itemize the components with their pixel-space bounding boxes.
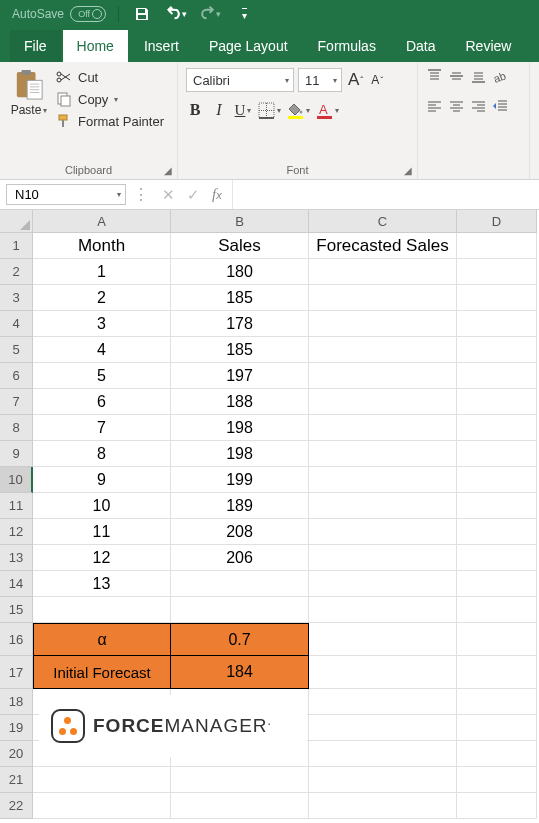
cell[interactable] xyxy=(309,441,457,467)
cell[interactable]: 5 xyxy=(33,363,171,389)
row-header-17[interactable]: 17 xyxy=(0,656,33,689)
cell[interactable] xyxy=(457,337,537,363)
cell[interactable]: 1 xyxy=(33,259,171,285)
align-middle-button[interactable] xyxy=(448,68,465,89)
tab-file[interactable]: File xyxy=(10,30,61,62)
align-top-button[interactable] xyxy=(426,68,443,89)
cell[interactable] xyxy=(457,793,537,819)
cell[interactable]: 12 xyxy=(33,545,171,571)
row-header-12[interactable]: 12 xyxy=(0,519,33,545)
col-header-b[interactable]: B xyxy=(171,210,309,233)
cell[interactable] xyxy=(309,571,457,597)
paste-dropdown-caret[interactable]: ▾ xyxy=(43,106,47,115)
format-painter-button[interactable]: Format Painter xyxy=(56,113,164,129)
name-box-caret[interactable]: ▾ xyxy=(117,190,121,199)
cell[interactable] xyxy=(171,571,309,597)
cell[interactable] xyxy=(309,389,457,415)
font-name-select[interactable]: Calibri ▾ xyxy=(186,68,294,92)
cell[interactable] xyxy=(457,597,537,623)
cell[interactable] xyxy=(309,493,457,519)
row-header-4[interactable]: 4 xyxy=(0,311,33,337)
cell[interactable]: 208 xyxy=(171,519,309,545)
cell[interactable]: 199 xyxy=(171,467,309,493)
tab-formulas[interactable]: Formulas xyxy=(304,30,390,62)
cell[interactable] xyxy=(457,467,537,493)
cell[interactable] xyxy=(457,233,537,259)
cell[interactable] xyxy=(457,623,537,656)
autosave-switch[interactable]: Off xyxy=(70,6,106,22)
cell[interactable]: 13 xyxy=(33,571,171,597)
fill-color-button[interactable]: ▾ xyxy=(287,102,310,119)
decrease-indent-button[interactable] xyxy=(492,98,509,119)
cell[interactable]: Month xyxy=(33,233,171,259)
cell[interactable]: 189 xyxy=(171,493,309,519)
cell[interactable]: 178 xyxy=(171,311,309,337)
cell[interactable]: 185 xyxy=(171,285,309,311)
cell[interactable] xyxy=(171,767,309,793)
cell[interactable] xyxy=(309,656,457,689)
cell[interactable] xyxy=(457,285,537,311)
copy-dropdown-caret[interactable]: ▾ xyxy=(114,95,118,104)
align-bottom-button[interactable] xyxy=(470,68,487,89)
cell[interactable] xyxy=(309,337,457,363)
cell[interactable] xyxy=(309,259,457,285)
cell[interactable] xyxy=(309,741,457,767)
grow-font-button[interactable]: Aˆ xyxy=(346,70,365,90)
undo-icon[interactable]: ▾ xyxy=(165,3,187,25)
cell[interactable] xyxy=(457,441,537,467)
col-header-d[interactable]: D xyxy=(457,210,537,233)
cell[interactable]: 3 xyxy=(33,311,171,337)
enter-formula-icon[interactable]: ✓ xyxy=(187,186,200,204)
row-header-3[interactable]: 3 xyxy=(0,285,33,311)
cell[interactable] xyxy=(309,623,457,656)
cell[interactable]: 180 xyxy=(171,259,309,285)
cell[interactable] xyxy=(457,259,537,285)
row-header-13[interactable]: 13 xyxy=(0,545,33,571)
cell[interactable]: 6 xyxy=(33,389,171,415)
select-all-corner[interactable] xyxy=(0,210,33,233)
cell[interactable] xyxy=(309,689,457,715)
name-box[interactable]: N10 ▾ xyxy=(6,184,126,205)
cell[interactable] xyxy=(457,689,537,715)
row-header-7[interactable]: 7 xyxy=(0,389,33,415)
cell[interactable] xyxy=(457,519,537,545)
tab-data[interactable]: Data xyxy=(392,30,450,62)
row-header-14[interactable]: 14 xyxy=(0,571,33,597)
formula-input[interactable] xyxy=(232,180,539,209)
cell[interactable]: 2 xyxy=(33,285,171,311)
cell[interactable] xyxy=(457,571,537,597)
cut-button[interactable]: Cut xyxy=(56,69,164,85)
cell[interactable]: Sales xyxy=(171,233,309,259)
row-header-2[interactable]: 2 xyxy=(0,259,33,285)
row-header-15[interactable]: 15 xyxy=(0,597,33,623)
tab-home[interactable]: Home xyxy=(63,30,128,62)
cell[interactable]: 188 xyxy=(171,389,309,415)
cell[interactable]: Forecasted Sales xyxy=(309,233,457,259)
cell[interactable] xyxy=(457,656,537,689)
row-header-5[interactable]: 5 xyxy=(0,337,33,363)
cancel-formula-icon[interactable]: ✕ xyxy=(162,186,175,204)
row-header-19[interactable]: 19 xyxy=(0,715,33,741)
cell[interactable] xyxy=(457,741,537,767)
cell[interactable]: 10 xyxy=(33,493,171,519)
cell[interactable] xyxy=(171,793,309,819)
cell[interactable] xyxy=(457,545,537,571)
row-header-6[interactable]: 6 xyxy=(0,363,33,389)
row-header-10[interactable]: 10 xyxy=(0,467,33,493)
redo-icon[interactable]: ▾ xyxy=(199,3,221,25)
align-right-button[interactable] xyxy=(470,98,487,119)
cell[interactable] xyxy=(33,597,171,623)
cell[interactable] xyxy=(309,285,457,311)
font-color-button[interactable]: A ▾ xyxy=(316,102,339,119)
cell[interactable] xyxy=(309,363,457,389)
row-header-21[interactable]: 21 xyxy=(0,767,33,793)
row-header-22[interactable]: 22 xyxy=(0,793,33,819)
row-header-11[interactable]: 11 xyxy=(0,493,33,519)
cell[interactable]: 197 xyxy=(171,363,309,389)
cell[interactable] xyxy=(457,363,537,389)
cell[interactable]: Initial Forecast xyxy=(33,656,171,689)
cell[interactable]: 198 xyxy=(171,441,309,467)
row-header-20[interactable]: 20 xyxy=(0,741,33,767)
clipboard-launcher-icon[interactable]: ◢ xyxy=(163,165,173,175)
cell[interactable] xyxy=(309,715,457,741)
